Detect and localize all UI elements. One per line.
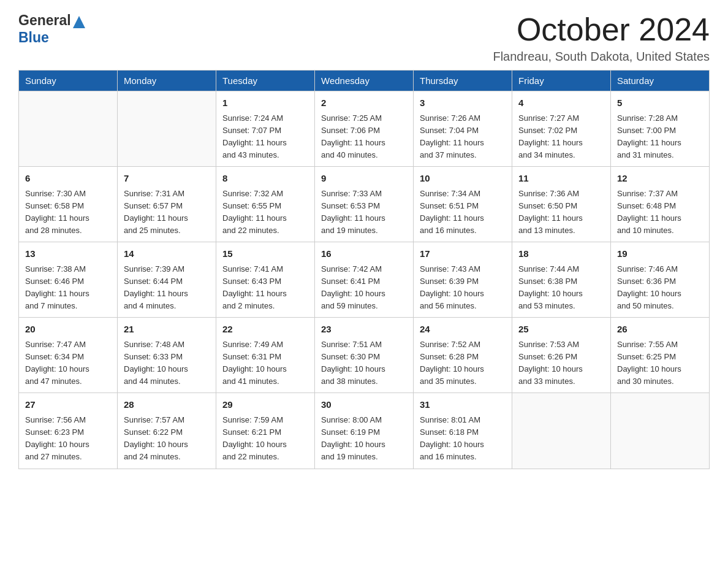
day-info: Sunrise: 7:28 AMSunset: 7:00 PMDaylight:… [617,112,703,162]
day-number: 23 [321,323,407,337]
day-info: Sunrise: 7:36 AMSunset: 6:50 PMDaylight:… [518,188,604,237]
day-info: Sunrise: 7:59 AMSunset: 6:21 PMDaylight:… [222,414,308,464]
calendar-header-sunday: Sunday [19,71,118,91]
page-subtitle: Flandreau, South Dakota, United States [493,50,710,64]
calendar-cell: 27Sunrise: 7:56 AMSunset: 6:23 PMDayligh… [19,393,118,469]
logo-general-text: General [18,12,71,29]
calendar-cell: 3Sunrise: 7:26 AMSunset: 7:04 PMDaylight… [414,91,512,167]
calendar-cell: 7Sunrise: 7:31 AMSunset: 6:57 PMDaylight… [118,167,216,242]
day-info: Sunrise: 7:43 AMSunset: 6:39 PMDaylight:… [420,263,506,313]
day-number: 27 [25,398,111,412]
day-number: 2 [321,96,407,110]
day-info: Sunrise: 7:30 AMSunset: 6:58 PMDaylight:… [25,188,111,237]
calendar-cell: 23Sunrise: 7:51 AMSunset: 6:30 PMDayligh… [315,318,414,393]
day-info: Sunrise: 7:47 AMSunset: 6:34 PMDaylight:… [25,339,111,388]
calendar-header-friday: Friday [512,71,611,91]
day-number: 8 [222,172,308,186]
day-info: Sunrise: 7:46 AMSunset: 6:36 PMDaylight:… [617,263,703,313]
day-info: Sunrise: 7:55 AMSunset: 6:25 PMDaylight:… [617,339,703,388]
calendar-cell: 6Sunrise: 7:30 AMSunset: 6:58 PMDaylight… [19,167,118,242]
day-number: 28 [124,398,210,412]
calendar-cell: 13Sunrise: 7:38 AMSunset: 6:46 PMDayligh… [19,242,118,318]
day-number: 1 [222,96,308,110]
day-info: Sunrise: 7:25 AMSunset: 7:06 PMDaylight:… [321,112,407,162]
calendar-week-row: 20Sunrise: 7:47 AMSunset: 6:34 PMDayligh… [19,318,710,393]
day-number: 9 [321,172,407,186]
day-info: Sunrise: 7:38 AMSunset: 6:46 PMDaylight:… [25,263,111,313]
calendar-cell: 19Sunrise: 7:46 AMSunset: 6:36 PMDayligh… [611,242,710,318]
calendar-cell: 28Sunrise: 7:57 AMSunset: 6:22 PMDayligh… [118,393,216,469]
day-number: 19 [617,247,703,261]
calendar-cell: 14Sunrise: 7:39 AMSunset: 6:44 PMDayligh… [118,242,216,318]
calendar-cell: 8Sunrise: 7:32 AMSunset: 6:55 PMDaylight… [216,167,315,242]
calendar-header-row: SundayMondayTuesdayWednesdayThursdayFrid… [19,71,710,91]
day-info: Sunrise: 7:34 AMSunset: 6:51 PMDaylight:… [420,188,506,237]
calendar-cell: 2Sunrise: 7:25 AMSunset: 7:06 PMDaylight… [315,91,414,167]
day-info: Sunrise: 8:01 AMSunset: 6:18 PMDaylight:… [420,414,506,464]
day-number: 25 [518,323,604,337]
day-number: 10 [420,172,506,186]
day-info: Sunrise: 7:42 AMSunset: 6:41 PMDaylight:… [321,263,407,313]
day-number: 3 [420,96,506,110]
calendar-table: SundayMondayTuesdayWednesdayThursdayFrid… [18,70,710,469]
day-number: 12 [617,172,703,186]
day-number: 7 [124,172,210,186]
calendar-cell: 5Sunrise: 7:28 AMSunset: 7:00 PMDaylight… [611,91,710,167]
calendar-week-row: 13Sunrise: 7:38 AMSunset: 6:46 PMDayligh… [19,242,710,318]
day-info: Sunrise: 7:52 AMSunset: 6:28 PMDaylight:… [420,339,506,388]
calendar-cell: 17Sunrise: 7:43 AMSunset: 6:39 PMDayligh… [414,242,512,318]
calendar-week-row: 6Sunrise: 7:30 AMSunset: 6:58 PMDaylight… [19,167,710,242]
day-number: 20 [25,323,111,337]
day-number: 17 [420,247,506,261]
day-number: 6 [25,172,111,186]
day-number: 16 [321,247,407,261]
calendar-cell [611,393,710,469]
header: General Blue October 2024 Flandreau, Sou… [18,12,710,64]
day-number: 29 [222,398,308,412]
day-info: Sunrise: 7:53 AMSunset: 6:26 PMDaylight:… [518,339,604,388]
day-number: 18 [518,247,604,261]
calendar-cell [19,91,118,167]
calendar-cell: 4Sunrise: 7:27 AMSunset: 7:02 PMDaylight… [512,91,611,167]
day-number: 4 [518,96,604,110]
day-info: Sunrise: 7:37 AMSunset: 6:48 PMDaylight:… [617,188,703,237]
calendar-cell [118,91,216,167]
day-number: 24 [420,323,506,337]
day-number: 15 [222,247,308,261]
calendar-cell: 9Sunrise: 7:33 AMSunset: 6:53 PMDaylight… [315,167,414,242]
calendar-cell: 24Sunrise: 7:52 AMSunset: 6:28 PMDayligh… [414,318,512,393]
day-number: 21 [124,323,210,337]
day-number: 5 [617,96,703,110]
calendar-cell: 18Sunrise: 7:44 AMSunset: 6:38 PMDayligh… [512,242,611,318]
day-info: Sunrise: 7:33 AMSunset: 6:53 PMDaylight:… [321,188,407,237]
calendar-cell: 31Sunrise: 8:01 AMSunset: 6:18 PMDayligh… [414,393,512,469]
calendar-cell: 11Sunrise: 7:36 AMSunset: 6:50 PMDayligh… [512,167,611,242]
day-number: 13 [25,247,111,261]
logo-blue-text: Blue [18,29,49,45]
calendar-cell: 25Sunrise: 7:53 AMSunset: 6:26 PMDayligh… [512,318,611,393]
page-title: October 2024 [493,12,710,47]
day-number: 11 [518,172,604,186]
calendar-cell: 12Sunrise: 7:37 AMSunset: 6:48 PMDayligh… [611,167,710,242]
calendar-cell: 20Sunrise: 7:47 AMSunset: 6:34 PMDayligh… [19,318,118,393]
calendar-cell: 22Sunrise: 7:49 AMSunset: 6:31 PMDayligh… [216,318,315,393]
day-info: Sunrise: 7:48 AMSunset: 6:33 PMDaylight:… [124,339,210,388]
day-info: Sunrise: 7:44 AMSunset: 6:38 PMDaylight:… [518,263,604,313]
day-info: Sunrise: 7:49 AMSunset: 6:31 PMDaylight:… [222,339,308,388]
calendar-header-thursday: Thursday [414,71,512,91]
day-info: Sunrise: 8:00 AMSunset: 6:19 PMDaylight:… [321,414,407,464]
day-info: Sunrise: 7:31 AMSunset: 6:57 PMDaylight:… [124,188,210,237]
calendar-cell [512,393,611,469]
day-info: Sunrise: 7:39 AMSunset: 6:44 PMDaylight:… [124,263,210,313]
day-info: Sunrise: 7:32 AMSunset: 6:55 PMDaylight:… [222,188,308,237]
logo: General Blue [18,12,85,46]
day-number: 30 [321,398,407,412]
day-number: 26 [617,323,703,337]
day-number: 22 [222,323,308,337]
calendar-header-monday: Monday [118,71,216,91]
calendar-cell: 15Sunrise: 7:41 AMSunset: 6:43 PMDayligh… [216,242,315,318]
day-number: 14 [124,247,210,261]
calendar-cell: 16Sunrise: 7:42 AMSunset: 6:41 PMDayligh… [315,242,414,318]
day-info: Sunrise: 7:24 AMSunset: 7:07 PMDaylight:… [222,112,308,162]
logo-triangle-icon [73,16,85,28]
